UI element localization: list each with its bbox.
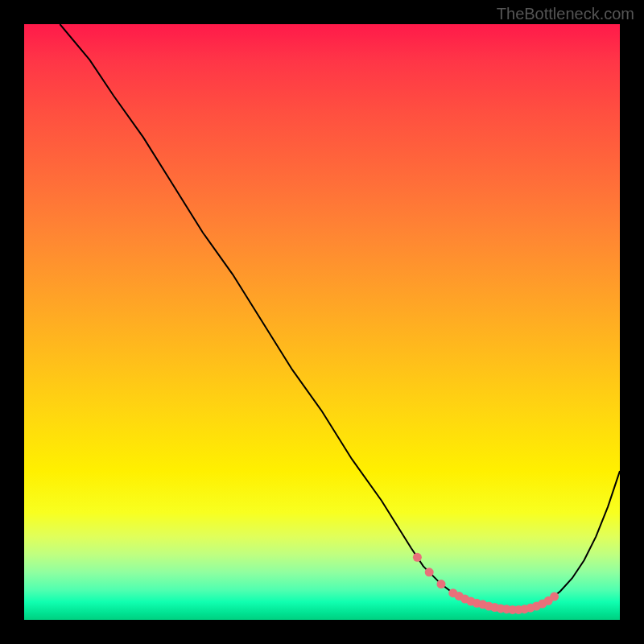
svg-point-20 (550, 592, 559, 601)
svg-point-1 (425, 568, 434, 576)
chart-area (24, 24, 620, 620)
svg-point-0 (413, 553, 422, 562)
valley-dots (24, 24, 620, 620)
watermark-text: TheBottleneck.com (497, 5, 634, 23)
svg-point-2 (437, 580, 446, 588)
